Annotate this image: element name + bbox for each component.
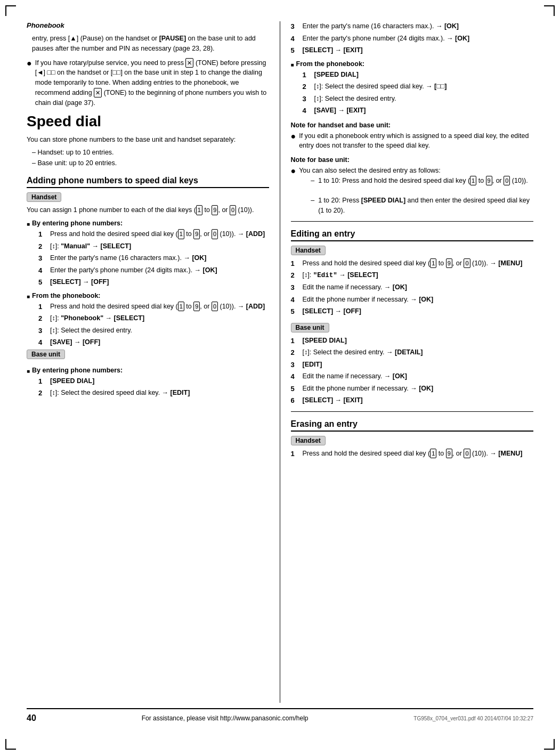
footer-meta: TG958x_0704_ver031.pdf 40 2014/07/04 10:… — [413, 716, 533, 721]
step-text: Edit the phone number if necessary. → [O… — [303, 295, 434, 305]
phonebook-section-title: Phonebook — [27, 21, 269, 29]
step-num: 4 — [291, 34, 303, 44]
corner-mark-bl — [5, 739, 16, 750]
step-num: 3 — [38, 326, 50, 336]
step-text: [SAVE] → [OFF] — [50, 337, 100, 347]
step-num: 2 — [291, 347, 303, 358]
step-text: Edit the phone number if necessary. → [O… — [303, 384, 434, 394]
step-text: [SAVE] → [EXIT] — [314, 105, 366, 116]
step-num: 5 — [38, 277, 50, 288]
step-text: [SELECT] → [OFF] — [303, 306, 361, 316]
base-entering-label: ■ By entering phone numbers: — [27, 367, 269, 374]
by-entering-label: ■ By entering phone numbers: — [27, 220, 269, 227]
note-base-item: ● You can also select the desired entry … — [291, 166, 534, 216]
list-item: 5 [SELECT] → [EXIT] — [291, 45, 534, 56]
handset-entering-list: 1 Press and hold the desired speed dial … — [27, 229, 269, 288]
step-text: Edit the name if necessary. → [OK] — [303, 282, 407, 293]
note-handset-base-label: Note for handset and base unit: — [291, 121, 534, 129]
bullet-dot-1: ● — [27, 57, 32, 70]
edit-base-badge: Base unit — [291, 323, 329, 332]
list-item: 3 [EDIT] — [291, 360, 534, 370]
square-bullet-2: ■ — [27, 294, 30, 299]
list-item: 1 [SPEED DIAL] — [303, 70, 534, 80]
by-entering-text: By entering phone numbers: — [32, 220, 123, 227]
step-num: 3 — [38, 253, 50, 264]
editing-title: Editing an entry — [291, 229, 534, 241]
note-base-dash1: – 1 to 10: Press and hold the desired sp… — [299, 176, 533, 186]
step-num: 3 — [291, 21, 303, 32]
step-text: [SELECT] → [OFF] — [50, 277, 109, 287]
step-text: [SELECT] → [EXIT] — [303, 45, 363, 55]
step-text: [↕]: "Manual" → [SELECT] — [50, 241, 131, 251]
divider-2 — [291, 411, 534, 412]
list-item: 2 [↕]: "Phonebook" → [SELECT] — [38, 313, 269, 324]
corner-mark-tl — [5, 5, 16, 16]
right-from-phonebook-label: ■ From the phonebook: — [291, 60, 534, 68]
note-bullet-1: ● — [291, 130, 296, 143]
base-entering-text: By entering phone numbers: — [32, 367, 123, 374]
list-item: 4 Enter the party's phone number (24 dig… — [291, 34, 534, 44]
list-item: 1 Press and hold the desired speed dial … — [38, 229, 269, 240]
step-num: 2 — [38, 388, 50, 399]
step-text: Enter the party's phone number (24 digit… — [303, 34, 470, 44]
step-text: Press and hold the desired speed dial ke… — [50, 302, 265, 312]
step-num: 2 — [38, 241, 50, 252]
list-item: 6 [SELECT] → [EXIT] — [291, 395, 534, 406]
list-item: 1 Press and hold the desired speed dial … — [38, 302, 269, 312]
step-text: [↕]: "Edit" → [SELECT] — [303, 270, 378, 281]
step-text: [↕]: Select the desired entry. — [50, 326, 132, 336]
adding-title: Adding phone numbers to speed dial keys — [27, 176, 269, 188]
step-num: 4 — [303, 105, 314, 116]
step-num: 2 — [291, 270, 303, 281]
list-item: 1 [SPEED DIAL] — [291, 336, 534, 346]
step-text: [SPEED DIAL] — [50, 376, 94, 386]
corner-mark-br — [544, 739, 555, 750]
main-content: Phonebook entry, press [▲] (Pause) on th… — [27, 21, 533, 703]
base-unit-badge: Base unit — [27, 350, 65, 359]
list-item: 3 Enter the party's name (16 characters … — [291, 21, 534, 32]
list-item: 4 Enter the party's phone number (24 dig… — [38, 265, 269, 276]
step-num: 1 — [38, 302, 50, 312]
step-num: 3 — [303, 94, 314, 104]
list-item: 2 [↕]: Select the desired entry. → [DETA… — [291, 347, 534, 358]
speed-dial-desc: You can store phone numbers to the base … — [27, 134, 269, 145]
step-num: 4 — [291, 295, 303, 305]
step-text: Enter the party's name (16 characters ma… — [50, 253, 206, 263]
footer: 40 For assistance, please visit http://w… — [27, 708, 533, 723]
note-handset-base-item: ● If you edit a phonebook entry which is… — [291, 131, 534, 151]
handset-desc: You can assign 1 phone number to each of… — [27, 205, 269, 215]
from-phonebook-label-handset: ■ From the phonebook: — [27, 292, 269, 299]
list-item: 3 [↕]: Select the desired entry. — [303, 94, 534, 104]
list-item: 5 [SELECT] → [OFF] — [38, 277, 269, 288]
base-entering-list: 1 [SPEED DIAL] 2 [↕]: Select the desired… — [27, 376, 269, 399]
list-item: 4 Edit the phone number if necessary. → … — [291, 295, 534, 305]
note-base-label: Note for base unit: — [291, 156, 534, 164]
step-text: Enter the party's phone number (24 digit… — [50, 265, 217, 275]
step-num: 5 — [291, 384, 303, 394]
left-column: Phonebook entry, press [▲] (Pause) on th… — [27, 21, 280, 703]
list-item: 4 [SAVE] → [EXIT] — [303, 105, 534, 116]
right-from-phonebook-text: From the phonebook: — [296, 60, 364, 68]
square-bullet-4: ■ — [291, 62, 294, 68]
step-text: [SELECT] → [EXIT] — [303, 395, 363, 405]
list-item: 2 [↕]: "Manual" → [SELECT] — [38, 241, 269, 252]
erase-handset-list: 1 Press and hold the desired speed dial … — [291, 449, 534, 459]
list-item: 2 [↕]: Select the desired speed dial key… — [303, 82, 534, 92]
list-item: 5 Edit the phone number if necessary. → … — [291, 384, 534, 394]
step-num: 6 — [291, 395, 303, 406]
step-num: 2 — [303, 82, 314, 92]
step-text: [↕]: Select the desired entry. → [DETAIL… — [303, 347, 423, 358]
list-item: 1 Press and hold the desired speed dial … — [291, 449, 534, 459]
dash-handset-entries: – Handset: up to 10 entries. — [27, 147, 269, 158]
step-text: Press and hold the desired speed dial ke… — [50, 229, 265, 239]
dash-base-entries: – Base unit: up to 20 entries. — [27, 158, 269, 168]
step-text: Press and hold the desired speed dial ke… — [303, 258, 523, 269]
list-item: 1 Press and hold the desired speed dial … — [291, 258, 534, 269]
step-num: 4 — [38, 265, 50, 276]
list-item: 3 Edit the name if necessary. → [OK] — [291, 282, 534, 293]
page-number: 40 — [27, 713, 36, 723]
divider-1 — [291, 221, 534, 222]
edit-base-list: 1 [SPEED DIAL] 2 [↕]: Select the desired… — [291, 336, 534, 406]
base-phonebook-list: 1 [SPEED DIAL] 2 [↕]: Select the desired… — [291, 70, 534, 116]
right-column: 3 Enter the party's name (16 characters … — [280, 21, 534, 703]
